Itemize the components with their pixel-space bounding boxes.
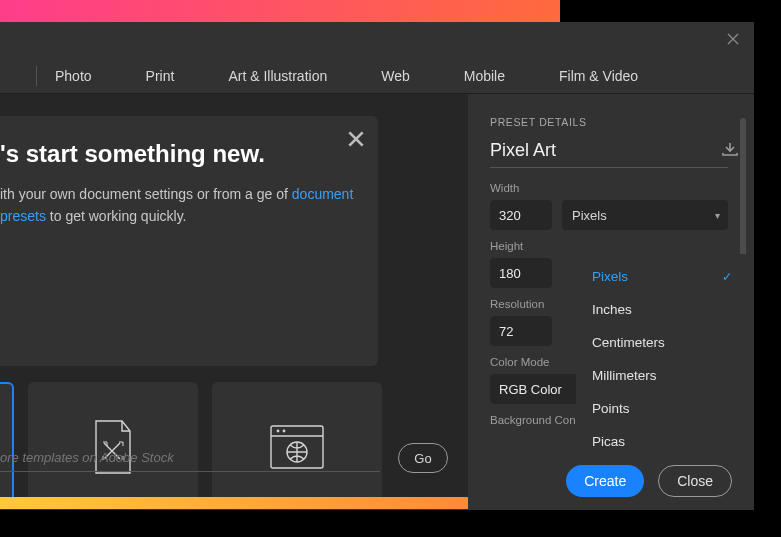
unit-option-points[interactable]: Points <box>576 392 748 425</box>
preset-details-header: PRESET DETAILS <box>490 116 728 128</box>
welcome-body-pre: ith your own document settings or from a… <box>0 186 292 202</box>
check-icon: ✓ <box>722 270 732 284</box>
unit-option-label: Millimeters <box>592 368 657 383</box>
unit-option-millimeters[interactable]: Millimeters <box>576 359 748 392</box>
unit-option-pixels[interactable]: Pixels ✓ <box>576 260 748 293</box>
stock-search-bar: Go <box>0 443 468 473</box>
unit-option-label: Points <box>592 401 630 416</box>
resolution-input[interactable] <box>490 316 552 346</box>
unit-option-label: Inches <box>592 302 632 317</box>
tab-mobile[interactable]: Mobile <box>464 68 505 84</box>
tab-film-video[interactable]: Film & Video <box>559 68 638 84</box>
tab-photo[interactable]: Photo <box>55 68 92 84</box>
tab-art-illustration[interactable]: Art & Illustration <box>228 68 327 84</box>
preset-details-panel: PRESET DETAILS Width Pixels ▾ Height <box>468 94 754 509</box>
stock-go-button[interactable]: Go <box>398 443 448 473</box>
unit-option-label: Pixels <box>592 269 628 284</box>
footer-gradient-bar <box>0 497 468 509</box>
welcome-title: 's start something new. <box>0 140 358 168</box>
tab-separator <box>36 66 37 86</box>
new-document-dialog: Photo Print Art & Illustration Web Mobil… <box>0 22 754 510</box>
create-button[interactable]: Create <box>566 465 644 497</box>
unit-option-centimeters[interactable]: Centimeters <box>576 326 748 359</box>
unit-dropdown: Pixels ✓ Inches Centimeters Millimeters … <box>576 254 748 464</box>
height-input[interactable] <box>490 258 552 288</box>
template-area: 's start something new. ith your own doc… <box>0 94 468 509</box>
welcome-card: 's start something new. ith your own doc… <box>0 116 378 366</box>
welcome-body: ith your own document settings or from a… <box>0 184 358 227</box>
tab-web[interactable]: Web <box>381 68 410 84</box>
unit-option-picas[interactable]: Picas <box>576 425 748 458</box>
unit-option-label: Picas <box>592 434 625 449</box>
close-icon <box>348 131 364 147</box>
app-gradient-bar <box>0 0 560 22</box>
close-button[interactable]: Close <box>658 465 732 497</box>
width-unit-select[interactable]: Pixels ▾ <box>562 200 728 230</box>
stock-search-input[interactable] <box>0 444 380 472</box>
unit-option-inches[interactable]: Inches <box>576 293 748 326</box>
width-label: Width <box>490 182 728 194</box>
close-icon <box>727 33 739 45</box>
download-icon <box>722 142 738 156</box>
save-preset-button[interactable] <box>722 142 738 160</box>
height-label: Height <box>490 240 728 252</box>
width-unit-value: Pixels <box>572 208 607 223</box>
welcome-close-button[interactable] <box>348 130 364 150</box>
svg-point-1 <box>277 430 280 433</box>
welcome-body-post: to get working quickly. <box>46 208 187 224</box>
unit-option-label: Centimeters <box>592 335 665 350</box>
chevron-down-icon: ▾ <box>715 210 720 221</box>
preset-name-input[interactable] <box>490 140 722 161</box>
close-dialog-button[interactable] <box>724 30 742 48</box>
category-tabs: Photo Print Art & Illustration Web Mobil… <box>0 58 754 94</box>
width-input[interactable] <box>490 200 552 230</box>
svg-point-2 <box>283 430 286 433</box>
tab-print[interactable]: Print <box>146 68 175 84</box>
